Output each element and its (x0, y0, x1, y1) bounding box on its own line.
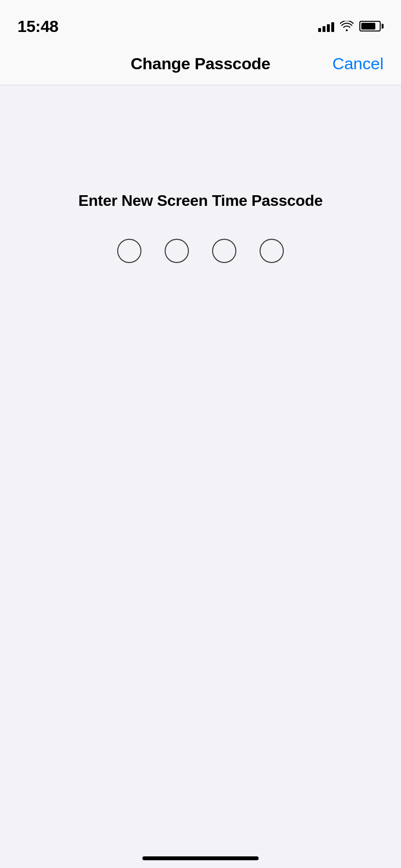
signal-bars-icon (318, 20, 334, 32)
status-bar: 15:48 (0, 0, 401, 43)
signal-bar-4 (331, 22, 334, 32)
signal-bar-2 (323, 26, 325, 32)
passcode-dots (117, 239, 284, 263)
nav-title: Change Passcode (131, 54, 270, 73)
main-content: Enter New Screen Time Passcode (0, 85, 401, 868)
passcode-prompt: Enter New Screen Time Passcode (78, 192, 323, 210)
battery-icon (359, 21, 384, 31)
signal-bar-3 (327, 24, 330, 32)
home-indicator (142, 856, 259, 860)
signal-bar-1 (318, 28, 321, 32)
nav-bar: Change Passcode Cancel (0, 43, 401, 85)
passcode-dot-2 (165, 239, 189, 263)
wifi-icon (340, 21, 354, 31)
passcode-dot-3 (212, 239, 236, 263)
battery-fill (361, 23, 375, 30)
battery-tip (382, 24, 384, 29)
cancel-button[interactable]: Cancel (332, 54, 384, 73)
passcode-dot-4 (260, 239, 284, 263)
passcode-dot-1 (117, 239, 141, 263)
status-time: 15:48 (17, 17, 58, 36)
status-icons (318, 20, 384, 32)
